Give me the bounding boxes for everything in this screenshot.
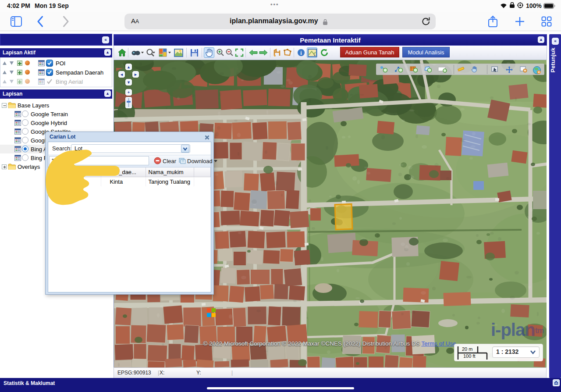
svg-text:Petunjuk: Petunjuk [550, 47, 556, 72]
